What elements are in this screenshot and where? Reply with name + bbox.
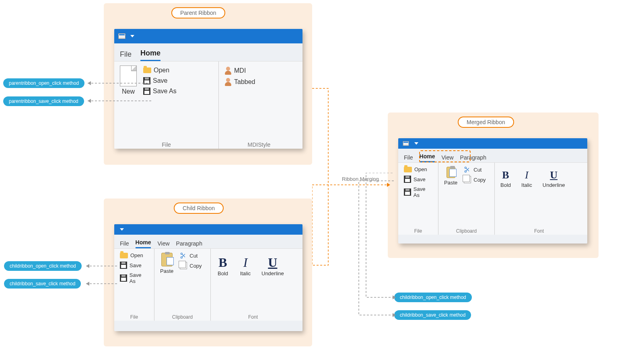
- chevron-down-icon[interactable]: [130, 35, 134, 37]
- bold-icon: B: [216, 256, 229, 269]
- child-group-font: B Bold I Italic U Underline Font: [211, 249, 295, 321]
- new-button[interactable]: New: [118, 64, 138, 97]
- copy-icon: [180, 262, 187, 269]
- merged-title: Merged Ribbon: [458, 117, 514, 128]
- save-label: Save: [153, 77, 167, 84]
- tabbed-label: Tabbed: [234, 78, 255, 86]
- child-open-button[interactable]: Open: [118, 251, 150, 260]
- underline-label: Underline: [261, 270, 284, 276]
- child-tab-view[interactable]: View: [157, 240, 169, 248]
- merged-ribbon-body: Open Save Save As File: [398, 162, 587, 235]
- saveas-label: Save As: [130, 272, 148, 284]
- merge-label: Ribbon Merging: [342, 176, 379, 182]
- floppy-icon: [404, 176, 411, 183]
- arrow-icon: [393, 313, 396, 317]
- parent-save-button[interactable]: Save: [142, 76, 178, 86]
- group-label-mdistyle: MDIStyle: [223, 140, 295, 148]
- italic-icon: I: [239, 256, 252, 269]
- copy-button[interactable]: Copy: [462, 175, 487, 184]
- svg-point-1: [181, 257, 183, 258]
- child-group-file: Open Save Save As File: [114, 249, 154, 321]
- child-save-button[interactable]: Save: [118, 260, 150, 270]
- parent-group-mdistyle: MDI Tabbed MDIStyle: [219, 61, 299, 149]
- cut-button[interactable]: Cut: [462, 165, 487, 174]
- folder-icon: [404, 167, 412, 172]
- svg-point-2: [465, 167, 467, 168]
- merged-open-button[interactable]: Open: [402, 165, 434, 174]
- copy-icon: [464, 176, 471, 183]
- paste-button[interactable]: Paste: [158, 251, 175, 276]
- group-label-clipboard: Clipboard: [158, 313, 206, 320]
- cut-label: Cut: [473, 167, 481, 173]
- cut-button[interactable]: Cut: [178, 251, 203, 260]
- bold-button[interactable]: B Bold: [499, 168, 512, 190]
- floppy-icon: [143, 77, 150, 84]
- italic-button[interactable]: I Italic: [520, 168, 534, 190]
- merged-save-method: childribbon_save_click method: [394, 310, 471, 320]
- floppy-icon: [120, 262, 127, 269]
- child-save-method: childribbon_save_click method: [4, 279, 81, 289]
- merged-tab-file[interactable]: File: [404, 154, 413, 162]
- tabbed-button[interactable]: Tabbed: [223, 77, 257, 87]
- arrow-icon: [86, 282, 89, 286]
- bold-label: Bold: [500, 182, 511, 188]
- child-title: Child Ribbon: [174, 203, 224, 214]
- child-saveas-button[interactable]: Save As: [118, 271, 150, 285]
- chevron-down-icon[interactable]: [120, 228, 124, 231]
- arrow-icon: [387, 183, 390, 187]
- paste-label: Paste: [444, 180, 457, 186]
- child-tab-home[interactable]: Home: [136, 239, 151, 248]
- merged-save-button[interactable]: Save: [402, 174, 434, 184]
- parent-tab-row: File Home: [114, 43, 302, 61]
- app-icon: [118, 33, 126, 39]
- bold-icon: B: [500, 170, 511, 180]
- new-label: New: [122, 88, 135, 95]
- italic-label: Italic: [240, 270, 251, 276]
- group-label-file: File: [118, 313, 150, 320]
- merged-saveas-button[interactable]: Save As: [402, 185, 434, 199]
- parent-tab-home[interactable]: Home: [140, 49, 160, 61]
- open-label: Open: [154, 67, 169, 74]
- chevron-down-icon[interactable]: [414, 142, 418, 145]
- group-label-file: File: [402, 227, 434, 234]
- open-label: Open: [130, 252, 143, 258]
- group-label-clipboard: Clipboard: [442, 227, 490, 234]
- svg-point-0: [181, 253, 183, 254]
- paste-label: Paste: [160, 268, 173, 274]
- merged-titlebar: [398, 138, 587, 149]
- underline-icon: U: [266, 256, 279, 269]
- scissors-icon: [464, 166, 471, 173]
- group-label-font: Font: [215, 313, 291, 320]
- merged-group-font: B Bold I Italic U Underline Font: [495, 163, 583, 235]
- copy-label: Copy: [473, 177, 486, 183]
- parent-saveas-button[interactable]: Save As: [142, 86, 178, 96]
- child-group-clipboard: Paste Cut Copy: [154, 249, 211, 321]
- child-ribbon-window: File Home View Paragraph Open Save: [114, 224, 302, 331]
- child-tab-file[interactable]: File: [120, 240, 129, 248]
- bold-button[interactable]: B Bold: [215, 254, 231, 278]
- parent-open-button[interactable]: Open: [142, 65, 178, 75]
- floppy-icon: [143, 88, 150, 95]
- underline-button[interactable]: U Underline: [541, 168, 567, 190]
- floppy-icon: [120, 274, 127, 282]
- arrow-icon: [88, 99, 91, 103]
- parent-open-method: parentribbon_open_click method: [3, 78, 84, 88]
- arrow-icon: [88, 81, 91, 85]
- merged-open-method: childribbon_open_click method: [394, 293, 472, 302]
- parent-tab-file[interactable]: File: [120, 50, 132, 61]
- mdi-button[interactable]: MDI: [223, 65, 257, 76]
- child-tab-row: File Home View Paragraph: [114, 235, 302, 248]
- paste-button[interactable]: Paste: [442, 165, 459, 187]
- scissors-icon: [180, 252, 187, 259]
- underline-icon: U: [549, 170, 559, 180]
- italic-button[interactable]: I Italic: [237, 254, 253, 278]
- saveas-label: Save As: [414, 186, 432, 198]
- underline-button[interactable]: U Underline: [260, 254, 286, 278]
- child-tab-paragraph[interactable]: Paragraph: [176, 240, 202, 248]
- open-label: Open: [414, 166, 427, 172]
- child-open-method: childribbon_open_click method: [4, 261, 82, 271]
- copy-button[interactable]: Copy: [178, 261, 203, 270]
- parent-group-file: New Open Save Save As: [114, 61, 219, 149]
- paste-icon: [446, 167, 455, 178]
- parent-title: Parent Ribbon: [171, 7, 225, 18]
